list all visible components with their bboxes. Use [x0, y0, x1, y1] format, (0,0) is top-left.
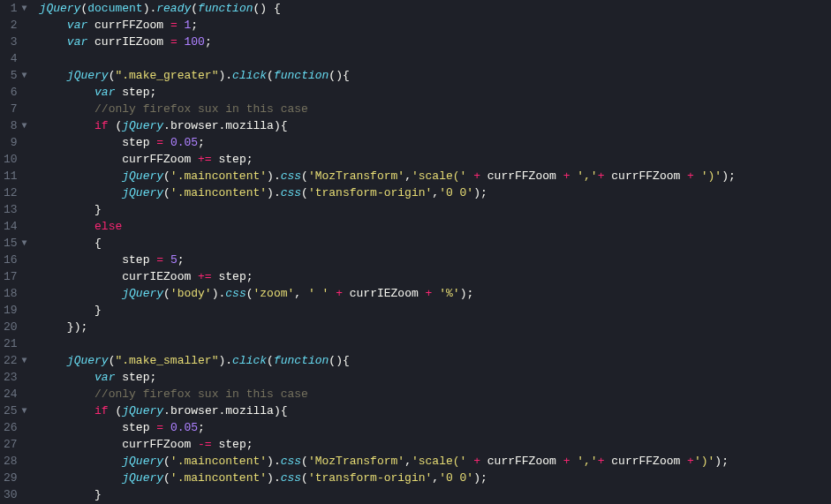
code-line[interactable]: }	[40, 302, 831, 319]
token-operator: +	[473, 168, 480, 184]
code-line[interactable]: var currIEZoom = 100;	[40, 34, 831, 50]
code-line[interactable]: //only firefox sux in this case	[40, 101, 831, 117]
token-string: ')'	[701, 168, 721, 184]
token-indent	[40, 486, 94, 503]
token-indent	[40, 17, 67, 34]
token-punct: (){	[329, 67, 349, 84]
fold-marker-icon[interactable]: ▼	[20, 235, 29, 252]
code-line[interactable]: //only firefox sux in this case	[40, 386, 831, 402]
token-punct: });	[67, 319, 87, 335]
fold-marker-icon[interactable]: ▼	[20, 352, 29, 369]
code-line[interactable]: jQuery(".make_smaller").click(function()…	[40, 352, 831, 369]
token-punct: (	[163, 168, 170, 184]
code-line[interactable]: jQuery('.maincontent').css('transform-or…	[40, 470, 831, 486]
token-storage: var	[67, 17, 87, 34]
code-line[interactable]: }	[40, 201, 831, 218]
token-indent	[40, 470, 123, 486]
fold-marker-icon[interactable]: ▼	[20, 0, 29, 17]
fold-marker-icon[interactable]: ▼	[20, 67, 29, 84]
token-string: 'MozTransform'	[308, 168, 404, 184]
line-number: 25▼	[4, 402, 29, 419]
token-punct	[178, 17, 185, 34]
token-punct	[191, 268, 198, 285]
token-punct: (){	[329, 352, 349, 369]
token-jquery: jQuery	[122, 184, 163, 201]
token-func: click	[232, 67, 267, 84]
token-punct: ).	[267, 470, 281, 486]
token-punct: );	[460, 285, 474, 302]
token-punct: }	[94, 302, 102, 319]
token-var: browser	[170, 117, 219, 134]
token-punct	[480, 168, 487, 184]
token-punct	[178, 34, 185, 50]
token-string: ')'	[694, 453, 714, 470]
token-punct	[604, 168, 611, 184]
code-area[interactable]: jQuery(document).ready(function() { var …	[36, 0, 831, 504]
token-var: browser	[170, 402, 219, 419]
token-string: '.maincontent'	[170, 184, 267, 201]
token-punct	[680, 168, 687, 184]
token-indent	[40, 151, 123, 168]
line-number: 19	[4, 302, 29, 319]
token-var: mozilla	[225, 402, 274, 419]
token-storage: function	[198, 0, 253, 17]
fold-marker-icon[interactable]: ▼	[20, 117, 29, 134]
token-operator: +=	[198, 151, 212, 168]
line-number: 1▼	[4, 0, 29, 17]
token-punct: (	[301, 470, 308, 486]
token-operator: =	[156, 252, 163, 268]
code-line[interactable]: step = 0.05;	[40, 134, 831, 151]
token-jquery: jQuery	[67, 67, 109, 84]
token-storage: var	[67, 34, 87, 50]
code-line[interactable]: }	[40, 486, 831, 503]
token-punct: ;	[178, 252, 185, 268]
code-line[interactable]: jQuery(document).ready(function() {	[40, 0, 831, 17]
token-string: '.maincontent'	[170, 453, 267, 470]
code-line[interactable]: if (jQuery.browser.mozilla){	[40, 402, 831, 419]
token-punct: (	[301, 453, 308, 470]
token-punct: .	[163, 402, 170, 419]
code-line[interactable]	[40, 50, 831, 67]
code-line[interactable]: var currFFZoom = 1;	[40, 17, 831, 34]
token-punct: ;	[191, 17, 198, 34]
code-line[interactable]: var step;	[40, 84, 831, 101]
code-line[interactable]: currFFZoom -= step;	[40, 436, 831, 453]
code-line[interactable]: });	[40, 319, 831, 335]
code-line[interactable]: else	[40, 218, 831, 235]
token-punct	[149, 134, 156, 151]
code-line[interactable]: step = 5;	[40, 252, 831, 268]
code-line[interactable]: {	[40, 235, 831, 252]
token-jquery: jQuery	[40, 0, 81, 17]
code-line[interactable]: currIEZoom += step;	[40, 268, 831, 285]
code-line[interactable]: jQuery('body').css('zoom', ' ' + currIEZ…	[40, 285, 831, 302]
token-punct: (	[163, 470, 170, 486]
token-punct	[570, 168, 577, 184]
code-line[interactable]: if (jQuery.browser.mozilla){	[40, 117, 831, 134]
code-line[interactable]	[40, 335, 831, 352]
token-punct: (	[267, 67, 274, 84]
code-line[interactable]: var step;	[40, 369, 831, 386]
line-number: 2	[4, 17, 29, 34]
code-editor[interactable]: 1▼2345▼678▼9101112131415▼16171819202122▼…	[0, 0, 831, 504]
line-gutter: 1▼2345▼678▼9101112131415▼16171819202122▼…	[0, 0, 36, 504]
token-punct: ;	[246, 436, 253, 453]
code-line[interactable]: jQuery('.maincontent').css('MozTransform…	[40, 453, 831, 470]
code-line[interactable]: jQuery('.maincontent').css('transform-or…	[40, 184, 831, 201]
token-punct: ,	[432, 184, 439, 201]
token-operator: +=	[198, 268, 212, 285]
token-func: css	[281, 470, 301, 486]
token-number: 0.05	[170, 134, 198, 151]
token-punct	[556, 168, 563, 184]
line-number: 28	[4, 453, 29, 470]
code-line[interactable]: step = 0.05;	[40, 419, 831, 436]
code-line[interactable]: jQuery(".make_greater").click(function()…	[40, 67, 831, 84]
token-punct	[191, 436, 198, 453]
token-storage: var	[94, 84, 115, 101]
fold-marker-icon[interactable]: ▼	[20, 402, 29, 419]
token-punct	[149, 252, 156, 268]
code-line[interactable]: currFFZoom += step;	[40, 151, 831, 168]
code-line[interactable]: jQuery('.maincontent').css('MozTransform…	[40, 168, 831, 184]
token-indent	[40, 101, 94, 117]
token-string: '0 0'	[439, 184, 473, 201]
token-indent	[40, 268, 123, 285]
